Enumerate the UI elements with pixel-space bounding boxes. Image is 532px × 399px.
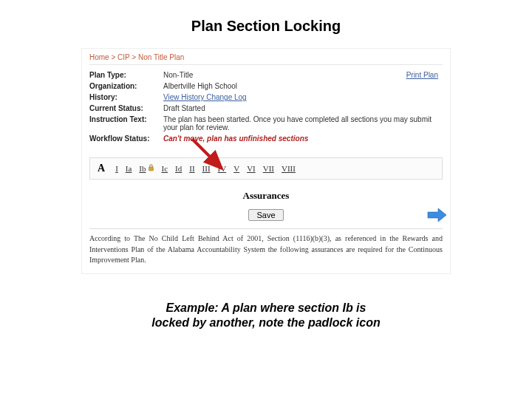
panel-title: Assurances: [89, 190, 443, 202]
workflow-status-value: Can't move, plan has unfinished sections: [163, 133, 443, 144]
next-arrow-icon[interactable]: [426, 208, 447, 224]
breadcrumb: Home > CIP > Non Title Plan: [89, 53, 443, 65]
section-tab-vii[interactable]: VII: [263, 164, 274, 173]
section-tab-vi[interactable]: VI: [247, 164, 256, 173]
section-tab-label: Ic: [162, 164, 168, 173]
section-tab-label: Ib: [139, 164, 146, 173]
section-tab-label: VII: [263, 164, 274, 173]
section-tab-ia[interactable]: Ia: [126, 164, 132, 173]
section-tab-label: II: [189, 164, 194, 173]
plan-meta: Print Plan Plan Type: Non-Title Organiza…: [89, 69, 443, 144]
section-tab-label: I: [115, 164, 118, 173]
caption-line1: Example: A plan where section Ib is: [166, 301, 366, 314]
save-row: Save: [89, 209, 443, 221]
section-tab-label: III: [202, 164, 211, 173]
section-tab-ic[interactable]: Ic: [162, 164, 168, 173]
section-tab-label: Id: [175, 164, 182, 173]
caption-line2: locked by another, note the padlock icon: [151, 316, 380, 329]
breadcrumb-cip[interactable]: CIP: [117, 53, 130, 61]
print-plan-link[interactable]: Print Plan: [406, 71, 438, 79]
assurance-body: According to The No Child Left Behind Ac…: [89, 228, 443, 266]
current-status-label: Current Status:: [89, 103, 163, 114]
section-tab-label: Ia: [126, 164, 132, 173]
section-tab-iii[interactable]: III: [202, 164, 211, 173]
page-title: Plan Section Locking: [0, 18, 532, 35]
example-caption: Example: A plan where section Ib is lock…: [0, 301, 532, 332]
section-tab-label: VIII: [282, 164, 296, 173]
section-tabs: A IIaIbIcIdIIIIIIVVVIVIIVIII: [89, 157, 443, 180]
plan-type-label: Plan Type:: [89, 69, 163, 81]
section-tab-viii[interactable]: VIII: [282, 164, 296, 173]
breadcrumb-home[interactable]: Home: [89, 53, 109, 61]
instruction-text-label: Instruction Text:: [89, 114, 163, 133]
workflow-status-label: Workflow Status:: [89, 133, 163, 144]
organization-value: Albertville High School: [163, 81, 443, 92]
section-tab-v[interactable]: V: [233, 164, 239, 173]
section-tab-ib[interactable]: Ib: [139, 164, 154, 173]
app-screenshot: Home > CIP > Non Title Plan Print Plan P…: [81, 48, 451, 274]
history-label: History:: [89, 92, 163, 103]
section-tab-ii[interactable]: II: [189, 164, 194, 173]
svg-rect-1: [149, 167, 153, 171]
padlock-icon: [148, 164, 154, 173]
section-tab-i[interactable]: I: [115, 164, 118, 173]
section-prefix: A: [95, 163, 108, 174]
breadcrumb-current: Non Title Plan: [138, 53, 184, 61]
section-tab-id[interactable]: Id: [175, 164, 182, 173]
section-tab-label: IV: [218, 164, 227, 173]
current-status-value: Draft Started: [163, 103, 443, 114]
history-link[interactable]: View History Change Log: [163, 93, 247, 101]
plan-type-value: Non-Title: [163, 69, 443, 81]
section-tab-iv[interactable]: IV: [218, 164, 227, 173]
organization-label: Organization:: [89, 81, 163, 92]
save-button[interactable]: Save: [248, 209, 283, 221]
instruction-text-value: The plan has been started. Once you have…: [163, 114, 443, 133]
section-tab-label: V: [233, 164, 239, 173]
section-tab-label: VI: [247, 164, 256, 173]
